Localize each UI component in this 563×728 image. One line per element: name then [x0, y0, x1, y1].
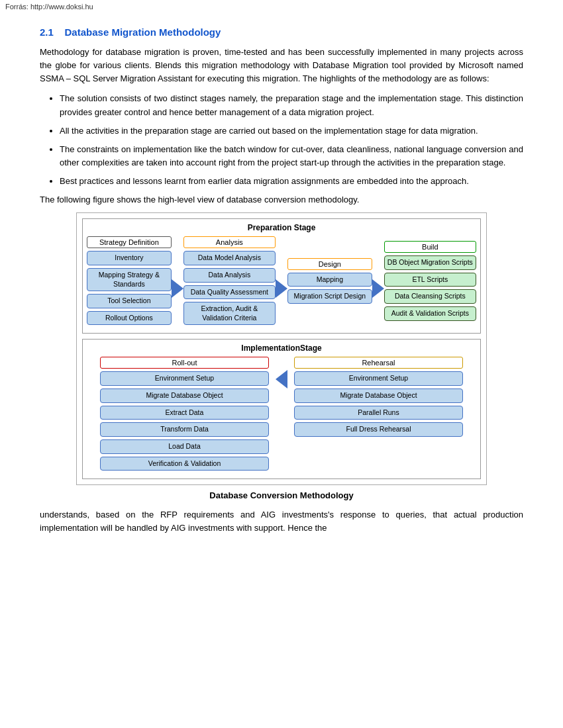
- arrow-left-icon: [276, 370, 287, 388]
- design-item-0: Mapping: [287, 273, 372, 287]
- impl-arrow: [276, 357, 287, 388]
- strategy-item-2: Tool Selection: [87, 294, 172, 308]
- figure-caption: Database Conversion Methodology: [40, 490, 523, 500]
- preparation-stage: Preparation Stage Strategy Definition In…: [82, 218, 481, 334]
- rollout-col-header: Roll-out: [100, 357, 269, 369]
- strategy-column: Strategy Definition Inventory Mapping St…: [87, 236, 172, 328]
- arrow-right-icon-2: [276, 279, 287, 298]
- section-title: 2.1 Database Migration Methodology: [40, 26, 523, 38]
- rehearsal-column: Rehearsal Environment Setup Migrate Data…: [294, 357, 463, 439]
- bullet-3: The constraints on implementation like t…: [60, 143, 523, 169]
- section-heading: Database Migration Methodology: [65, 26, 221, 38]
- diagram-container: Preparation Stage Strategy Definition In…: [76, 212, 487, 485]
- analysis-item-2: Data Quality Assessment: [183, 285, 276, 300]
- rehearsal-col-header: Rehearsal: [294, 357, 463, 369]
- rollout-item-5: Verification & Validation: [100, 457, 269, 471]
- build-column: Build DB Object Migration Scripts ETL Sc…: [384, 241, 476, 324]
- rollout-column: Roll-out Environment Setup Migrate Datab…: [100, 357, 269, 473]
- arrow-right-icon-3: [372, 279, 384, 298]
- rollout-item-3: Transform Data: [100, 422, 269, 437]
- rehearsal-item-3: Full Dress Rehearsal: [294, 422, 463, 437]
- impl-columns-row: Roll-out Environment Setup Migrate Datab…: [87, 357, 476, 473]
- intro-paragraph: Methodology for database migration is pr…: [40, 46, 523, 85]
- impl-stage-label: ImplementationStage: [87, 343, 476, 353]
- rehearsal-item-2: Parallel Runs: [294, 406, 463, 420]
- design-column: Design Mapping Migration Script Design: [287, 258, 372, 306]
- build-item-1: ETL Scripts: [384, 273, 476, 287]
- prep-stage-label: Preparation Stage: [87, 223, 476, 232]
- implementation-stage: ImplementationStage Roll-out Environment…: [82, 339, 481, 479]
- rollout-item-1: Migrate Database Object: [100, 388, 269, 403]
- build-col-header: Build: [384, 241, 476, 253]
- design-col-header: Design: [287, 258, 372, 270]
- arrow-right-icon-1: [172, 279, 183, 298]
- bullet-2: All the activities in the preparation st…: [60, 124, 523, 138]
- rollout-item-0: Environment Setup: [100, 371, 269, 386]
- analysis-column: Analysis Data Model Analysis Data Analys…: [183, 236, 276, 328]
- section-number: 2.1: [40, 26, 54, 38]
- bullet-4: Best practices and lessons learnt from e…: [60, 175, 523, 188]
- bullet-list: The solution consists of two distinct st…: [60, 92, 523, 188]
- rehearsal-item-1: Migrate Database Object: [294, 388, 463, 403]
- strategy-col-header: Strategy Definition: [87, 236, 172, 248]
- rollout-item-2: Extract Data: [100, 406, 269, 420]
- strategy-item-0: Inventory: [87, 251, 172, 265]
- main-content: 2.1 Database Migration Methodology Metho…: [0, 13, 563, 549]
- strategy-item-3: Rollout Options: [87, 311, 172, 326]
- arrow-2: [276, 266, 287, 298]
- prep-columns-row: Strategy Definition Inventory Mapping St…: [87, 236, 476, 328]
- strategy-item-1: Mapping Strategy & Standards: [87, 268, 172, 291]
- rollout-item-4: Load Data: [100, 439, 269, 454]
- bullet-1: The solution consists of two distinct st…: [60, 92, 523, 118]
- arrow-3: [372, 266, 384, 298]
- source-bar: Forrás: http://www.doksi.hu: [0, 0, 563, 13]
- analysis-item-0: Data Model Analysis: [183, 251, 276, 265]
- build-item-0: DB Object Migration Scripts: [384, 255, 476, 270]
- bottom-text: understands, based on the RFP requiremen…: [40, 508, 523, 535]
- analysis-item-3: Extraction, Audit & Validation Criteria: [183, 302, 276, 325]
- figure-intro: The following figure shows the high-leve…: [40, 195, 523, 205]
- rehearsal-item-0: Environment Setup: [294, 371, 463, 386]
- analysis-col-header: Analysis: [183, 236, 276, 248]
- build-item-3: Audit & Validation Scripts: [384, 306, 476, 321]
- design-item-1: Migration Script Design: [287, 289, 372, 304]
- arrow-1: [172, 266, 183, 298]
- build-item-2: Data Cleansing Scripts: [384, 289, 476, 304]
- analysis-item-1: Data Analysis: [183, 268, 276, 283]
